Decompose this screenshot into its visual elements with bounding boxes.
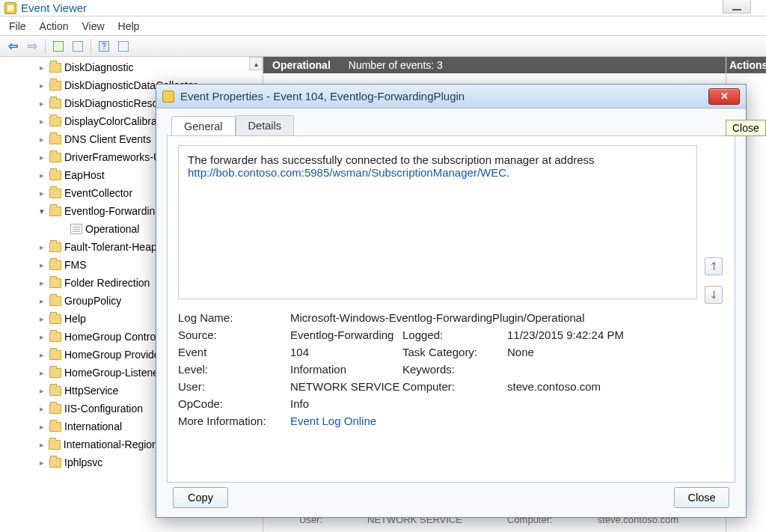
toolbar-separator: [91, 39, 91, 54]
tab-general[interactable]: General: [171, 116, 236, 136]
close-tooltip: Close: [726, 120, 766, 136]
record-nav: 🡑 🡓: [705, 145, 724, 473]
dialog-footer: Copy Close: [167, 483, 735, 508]
tree-item-label: Fault-Tolerant-Heap: [64, 241, 157, 253]
tree-item-label: EapHost: [64, 169, 105, 181]
prev-event-button[interactable]: 🡑: [705, 257, 723, 275]
folder-icon: [49, 368, 61, 378]
folder-icon: [49, 207, 61, 216]
more-info-label: More Information:: [178, 415, 290, 427]
menu-file[interactable]: File: [9, 20, 26, 32]
tree-item[interactable]: ▸DiskDiagnostic: [0, 58, 263, 76]
event-id-value: 104: [290, 346, 402, 358]
folder-icon: [49, 332, 61, 342]
menu-bar: File Action View Help: [0, 16, 766, 36]
log-icon: [70, 224, 82, 234]
level-value: Information: [290, 363, 402, 376]
copy-button[interactable]: Copy: [173, 487, 228, 508]
folder-icon: [49, 189, 61, 198]
folder-icon: [49, 278, 61, 288]
dialog-icon: [162, 91, 174, 103]
tree-item-label: Help: [64, 313, 86, 325]
event-id-label: Event: [178, 346, 290, 358]
close-button[interactable]: Close: [674, 487, 729, 508]
event-metadata: Log Name: Microsoft-Windows-Eventlog-For…: [178, 311, 697, 427]
event-log-online-link[interactable]: Event Log Online: [290, 415, 697, 427]
event-properties-dialog: Event Properties - Event 104, Eventlog-F…: [156, 84, 747, 518]
task-category-label: Task Category:: [402, 346, 507, 358]
opcode-value: Info: [290, 397, 402, 410]
keywords-label: Keywords:: [402, 363, 507, 376]
tree-item-label: DNS Client Events: [64, 133, 151, 145]
folder-icon: [49, 296, 61, 306]
tree-item-label: Iphlpsvc: [64, 456, 102, 468]
tree-item-label: IIS-Configuration: [64, 403, 143, 415]
forward-button[interactable]: ⇨: [24, 38, 40, 55]
folder-icon: [49, 135, 61, 144]
tree-item-label: DiskDiagnostic: [64, 61, 134, 73]
show-hide-tree-button[interactable]: [50, 38, 67, 55]
events-count: Number of events: 3: [349, 59, 443, 71]
folder-icon: [49, 440, 60, 450]
folder-icon: [49, 386, 61, 396]
folder-icon: [49, 117, 61, 126]
properties-button[interactable]: [70, 38, 86, 55]
dialog-title: Event Properties - Event 104, Eventlog-F…: [180, 90, 702, 103]
tree-item-label: HttpService: [64, 385, 118, 397]
folder-icon: [49, 81, 61, 91]
log-name-value: Microsoft-Windows-Eventlog-ForwardingPlu…: [290, 311, 697, 324]
opcode-label: OpCode:: [178, 397, 290, 410]
events-title: Operational: [272, 59, 331, 71]
dialog-tabs: General Details: [171, 113, 735, 135]
task-category-value: None: [507, 346, 697, 358]
folder-icon: [49, 153, 61, 162]
toolbar: ⇦ ⇨ ?: [0, 36, 766, 57]
computer-value: steve.contoso.com: [507, 380, 697, 393]
folder-icon: [49, 422, 61, 432]
tab-details[interactable]: Details: [236, 115, 294, 135]
menu-action[interactable]: Action: [40, 20, 69, 32]
folder-icon: [49, 63, 61, 73]
folder-icon: [49, 99, 61, 108]
help-button[interactable]: ?: [96, 38, 112, 55]
dialog-close-button[interactable]: ✕: [708, 88, 740, 105]
back-button[interactable]: ⇦: [4, 38, 21, 55]
computer-label: Computer:: [402, 380, 507, 393]
description-text: The forwarder has successfully connected…: [188, 153, 595, 166]
log-name-label: Log Name:: [178, 311, 290, 324]
show-hide-action-button[interactable]: [115, 38, 132, 55]
toolbar-separator: [45, 39, 46, 54]
description-link[interactable]: http://bob.contoso.com:5985/wsman/Subscr…: [188, 166, 506, 179]
events-header: Operational Number of events: 3: [263, 57, 726, 73]
minimize-button[interactable]: [723, 0, 751, 13]
scroll-up-button[interactable]: ▴: [249, 57, 263, 70]
folder-icon: [49, 242, 61, 252]
window-title: Event Viewer: [21, 1, 87, 14]
next-event-button[interactable]: 🡓: [705, 286, 723, 304]
logged-value: 11/23/2015 9:42:24 PM: [507, 328, 697, 341]
folder-icon: [49, 350, 61, 360]
tree-item-label: EventCollector: [64, 187, 132, 199]
menu-view[interactable]: View: [82, 20, 104, 32]
tree-item-label: FMS: [64, 259, 87, 271]
user-label: User:: [178, 380, 290, 393]
folder-icon: [49, 171, 61, 180]
folder-icon: [49, 458, 61, 468]
dialog-titlebar[interactable]: Event Properties - Event 104, Eventlog-F…: [156, 85, 746, 108]
source-label: Source:: [178, 328, 290, 341]
logged-label: Logged:: [402, 328, 507, 341]
source-value: Eventlog-Forwarding: [290, 328, 402, 341]
tree-item-label: GroupPolicy: [64, 295, 121, 307]
app-icon: [4, 2, 16, 14]
tree-item-label: Operational: [85, 223, 139, 235]
folder-icon: [49, 314, 61, 324]
user-value: NETWORK SERVICE: [290, 380, 402, 393]
menu-help[interactable]: Help: [118, 20, 140, 32]
level-label: Level:: [178, 363, 290, 376]
tab-general-page: The forwarder has successfully connected…: [167, 135, 735, 483]
event-description: The forwarder has successfully connected…: [178, 145, 697, 299]
window-titlebar: Event Viewer: [0, 0, 766, 16]
tree-item-label: International: [64, 421, 122, 432]
actions-header: Actions: [726, 57, 766, 73]
folder-icon: [49, 260, 61, 270]
